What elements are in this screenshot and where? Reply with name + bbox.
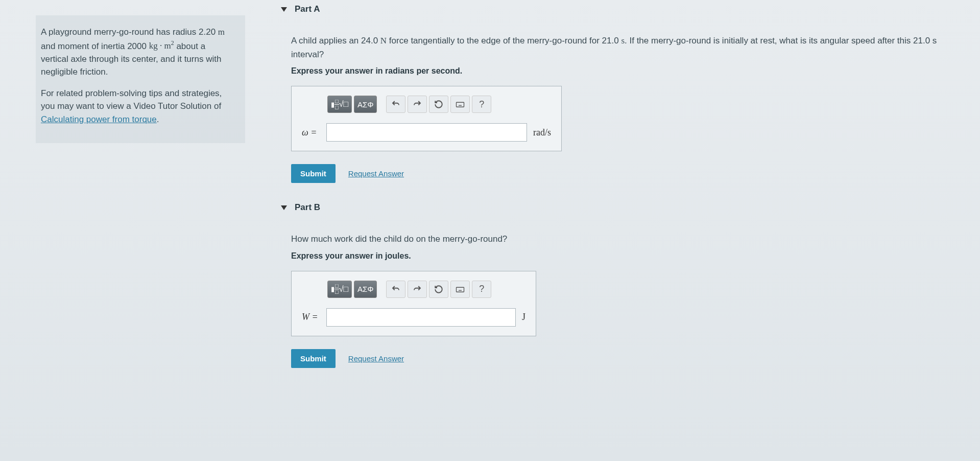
part-b-title: Part B	[295, 202, 320, 213]
part-b-content: How much work did the child do on the me…	[281, 217, 960, 383]
toolbar: ▮□□√□ ΑΣΦ ?	[302, 96, 551, 113]
undo-button[interactable]	[386, 96, 405, 113]
reset-button[interactable]	[429, 281, 448, 298]
part-a-instruction: Express your answer in radians per secon…	[291, 66, 960, 76]
request-answer-link[interactable]: Request Answer	[348, 354, 404, 363]
greek-button[interactable]: ΑΣΦ	[354, 96, 377, 113]
unit-kg: kg	[149, 41, 158, 51]
keyboard-button[interactable]	[450, 281, 470, 298]
collapse-icon[interactable]	[281, 205, 287, 210]
submit-button[interactable]: Submit	[291, 164, 336, 183]
part-a-title: Part A	[295, 4, 320, 14]
action-row: Submit Request Answer	[291, 349, 960, 368]
svg-rect-6	[457, 287, 464, 292]
unit-N: N	[380, 36, 387, 45]
part-a-content: A child applies an 24.0 N force tangenti…	[281, 18, 960, 198]
part-b-instruction: Express your answer in joules.	[291, 251, 960, 261]
part-a-answer-box: ▮□□√□ ΑΣΦ ? ω =	[291, 86, 562, 151]
text: force tangentially to the edge of the me…	[387, 36, 621, 45]
unit-label: J	[522, 312, 525, 322]
action-row: Submit Request Answer	[291, 164, 960, 183]
unit-m: m	[218, 27, 225, 37]
collapse-icon[interactable]	[281, 7, 287, 12]
answer-input[interactable]	[326, 123, 527, 142]
toolbar: ▮□□√□ ΑΣΦ ?	[302, 281, 525, 298]
part-a-header[interactable]: Part A	[281, 0, 960, 18]
unit-label: rad/s	[533, 127, 551, 138]
templates-button[interactable]: ▮□□√□	[327, 96, 352, 113]
problem-statement: A playground merry-go-round has radius 2…	[36, 15, 245, 143]
reset-button[interactable]	[429, 96, 448, 113]
variable-label: W =	[302, 312, 320, 322]
part-b-question: How much work did the child do on the me…	[291, 232, 960, 246]
problem-paragraph-1: A playground merry-go-round has radius 2…	[41, 26, 235, 79]
answer-input[interactable]	[326, 308, 516, 327]
text: For related problem-solving tips and str…	[41, 88, 222, 111]
redo-button[interactable]	[408, 96, 427, 113]
problem-sidebar: A playground merry-go-round has radius 2…	[0, 0, 271, 461]
greek-button[interactable]: ΑΣΦ	[354, 281, 377, 298]
part-a-question: A child applies an 24.0 N force tangenti…	[291, 34, 960, 61]
text: ·	[158, 41, 164, 51]
part-b-answer-box: ▮□□√□ ΑΣΦ ? W =	[291, 271, 536, 336]
variable-label: ω =	[302, 127, 320, 138]
help-button[interactable]: ?	[472, 96, 491, 113]
templates-button[interactable]: ▮□□√□	[327, 281, 352, 298]
part-b-header[interactable]: Part B	[281, 198, 960, 217]
problem-paragraph-2: For related problem-solving tips and str…	[41, 87, 235, 126]
unit-m: m	[164, 41, 171, 51]
request-answer-link[interactable]: Request Answer	[348, 169, 404, 178]
video-tutor-link[interactable]: Calculating power from torque	[41, 114, 157, 124]
text: A playground merry-go-round has radius 2…	[41, 27, 218, 37]
input-row: W = J	[302, 308, 525, 327]
text: .	[157, 114, 159, 124]
answer-area: Part A A child applies an 24.0 N force t…	[271, 0, 980, 461]
input-row: ω = rad/s	[302, 123, 551, 142]
help-button[interactable]: ?	[472, 281, 491, 298]
svg-rect-0	[457, 103, 464, 107]
text: A child applies an 24.0	[291, 36, 380, 45]
keyboard-button[interactable]	[450, 96, 470, 113]
redo-button[interactable]	[408, 281, 427, 298]
text: and moment of inertia 2000	[41, 41, 149, 51]
submit-button[interactable]: Submit	[291, 349, 336, 368]
undo-button[interactable]	[386, 281, 405, 298]
